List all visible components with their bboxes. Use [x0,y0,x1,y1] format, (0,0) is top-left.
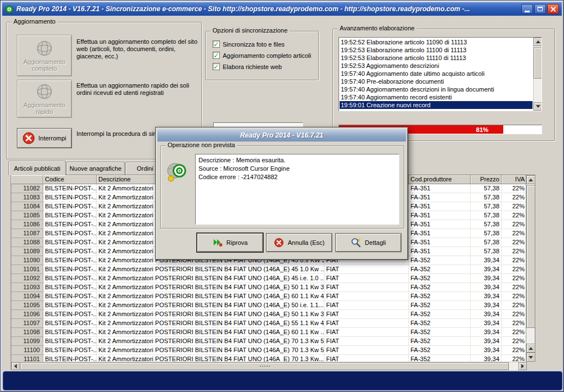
header-prezzo[interactable]: Prezzo [471,175,502,184]
log-entry[interactable]: 19:52:52 Elaborazione articolo 11090 di … [340,38,533,46]
cell-prezzo: 57,38 [471,184,502,193]
cell-prezzo: 39,34 [471,292,502,301]
cell-row-number: 11082 [11,184,43,193]
cell-prezzo: 39,34 [471,319,502,328]
scroll-up-button[interactable] [526,175,535,184]
cell-row-number: 11090 [11,256,43,265]
cell-iva: 22% [502,184,527,193]
cell-row-number: 11087 [11,229,43,238]
scroll-left-button[interactable] [11,362,20,370]
log-entry[interactable]: 19:57:40 Pre-elaborazione documenti [340,78,533,85]
cell-cod-produttore: FA-352 [409,301,471,310]
stop-button[interactable]: Interrompi [17,128,72,148]
cell-iva: 22% [502,238,527,247]
cell-cod-produttore: FA-351 [409,238,471,247]
stop-label: Interrompi [38,135,66,142]
tab-articoli-pubblicati[interactable]: Articoli pubblicati [8,161,66,175]
sync-option-checkbox[interactable]: Sincronizza foto e files [213,40,311,48]
log-entry[interactable]: 19:57:40 Aggiornamento record esistenti [340,93,533,101]
cell-iva: 22% [502,193,527,202]
cell-prezzo: 39,34 [471,337,502,346]
title-bar[interactable]: Ready Pro 2014 - V16.7.21 - Sincronizzaz… [2,2,562,16]
log-scrollbar-thumb[interactable] [534,47,542,79]
cell-codice: BILSTEIN-POST-... [43,247,97,256]
cell-iva: 22% [502,283,527,292]
table-row[interactable]: 11093 BILSTEIN-POST-... Kit 2 Ammortizza… [11,283,527,292]
sync-options-list: Sincronizza foto e files Aggiornamento c… [213,40,311,70]
scroll-up-button-bottom[interactable] [526,344,535,353]
log-scrollbar[interactable] [533,38,542,111]
cell-row-number: 11100 [11,346,43,355]
cell-marca: FIAT [324,337,409,346]
table-row[interactable]: 11096 BILSTEIN-POST-... Kit 2 Ammortizza… [11,310,527,319]
table-row[interactable]: 11091 BILSTEIN-POST-... Kit 2 Ammortizza… [11,265,527,274]
log-entry[interactable]: 19:52:53 Aggiornamento descrizioni [340,62,533,70]
tab-nuove-anagrafiche[interactable]: Nuove anagrafiche [66,162,125,175]
cell-iva: 22% [502,319,527,328]
sync-options-groupbox: Opzioni di sincronizzazione Sincronizza … [205,31,319,80]
retry-icon [213,238,223,248]
cell-marca: FIAT [324,301,409,310]
log-entry[interactable]: 19:57:40 Aggiornamento date ultimo acqui… [340,70,533,78]
progress-log[interactable]: 19:52:52 Elaborazione articolo 11090 di … [339,37,542,111]
retry-label: Riprova [227,239,248,246]
scroll-right-button[interactable] [518,362,527,370]
table-row[interactable]: 11098 BILSTEIN-POST-... Kit 2 Ammortizza… [11,328,527,337]
cell-row-number: 11099 [11,337,43,346]
table-row[interactable]: 11095 BILSTEIN-POST-... Kit 2 Ammortizza… [11,301,527,310]
header-iva[interactable]: IVA [502,175,527,184]
cell-prezzo: 39,34 [471,256,502,265]
sync-option-checkbox[interactable]: Aggiornamento completo articoli [213,52,311,59]
cell-row-number: 11097 [11,319,43,328]
scroll-up-button[interactable] [534,38,542,46]
cell-iva: 22% [502,265,527,274]
cell-cod-produttore: FA-352 [409,292,471,301]
cell-prezzo: 57,38 [471,247,502,256]
table-row[interactable]: 11100 BILSTEIN-POST-... Kit 2 Ammortizza… [11,346,527,355]
restore-button[interactable] [534,4,546,14]
progress-percent-label: 81% [476,126,489,133]
table-row[interactable]: 11097 BILSTEIN-POST-... Kit 2 Ammortizza… [11,319,527,328]
quick-update-button[interactable]: Aggiornamento rapido [17,80,72,118]
dialog-title-bar[interactable]: Ready Pro 2014 - V16.7.21 [157,129,406,142]
scroll-down-button[interactable] [526,353,535,362]
full-update-button[interactable]: Aggiornamento completo [17,35,72,76]
table-horizontal-scrollbar[interactable] [11,362,527,370]
cell-cod-produttore: FA-351 [409,193,471,202]
retry-button[interactable]: Riprova [197,233,263,252]
cell-row-number: 11092 [11,274,43,283]
table-row[interactable]: 11099 BILSTEIN-POST-... Kit 2 Ammortizza… [11,337,527,346]
cancel-button[interactable]: Annulla (Esc) [266,233,332,252]
sync-option-checkbox[interactable]: Elabora richieste web [213,63,311,70]
minimize-button[interactable] [521,4,533,14]
cell-cod-produttore: FA-352 [409,265,471,274]
table-row[interactable]: 11101 BILSTEIN-POST-... Kit 2 Ammortizza… [11,355,527,362]
restore-icon [538,7,543,11]
cell-cod-produttore: FA-351 [409,247,471,256]
table-vertical-scrollbar[interactable] [526,175,535,362]
horizontal-scrollbar-thumb[interactable] [20,362,509,370]
cell-codice: BILSTEIN-POST-... [43,265,97,274]
table-row[interactable]: 11094 BILSTEIN-POST-... Kit 2 Ammortizza… [11,292,527,301]
log-entry[interactable]: 19:57:40 Aggiornamento descrizioni in li… [340,85,533,93]
cell-cod-produttore: FA-352 [409,310,471,319]
cell-cod-produttore: FA-352 [409,283,471,292]
scroll-down-button[interactable] [534,102,542,111]
log-entry[interactable]: 19:52:53 Elaborazione articolo 11100 di … [340,46,533,54]
checkbox-icon [213,40,220,48]
header-codice[interactable]: Codice [43,175,97,184]
header-cod-produttore[interactable]: Cod.produttore [409,175,471,184]
close-button[interactable] [547,4,559,14]
error-message-line: Descrizione : Memoria esaurita. [198,156,396,165]
log-entry[interactable]: 19:59:01 Creazione nuovi record [340,101,533,109]
header-row-number[interactable] [11,175,43,184]
details-button[interactable]: Dettagli [335,233,401,252]
tab-label: Articoli pubblicati [14,165,61,172]
cell-row-number: 11085 [11,211,43,220]
log-entry[interactable]: 19:52:53 Elaborazione articolo 11110 di … [340,54,533,62]
table-scrollbar-thumb[interactable] [526,185,535,328]
cell-marca: FIAT [324,319,409,328]
quick-update-label: Aggiornamento rapido [17,102,71,115]
cell-marca: FIAT [324,265,409,274]
table-row[interactable]: 11092 BILSTEIN-POST-... Kit 2 Ammortizza… [11,274,527,283]
